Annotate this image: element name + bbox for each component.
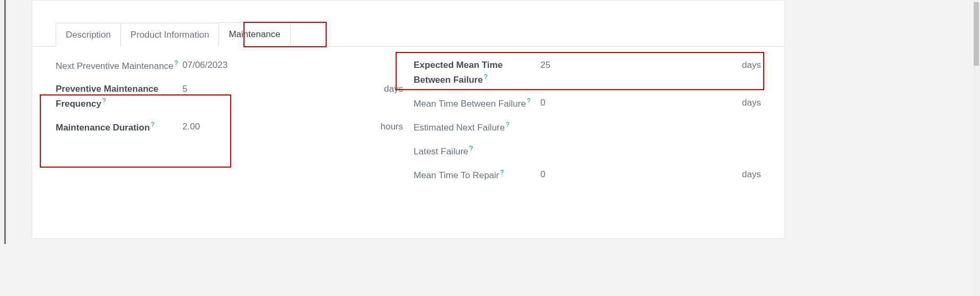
value-mttr[interactable]: 0 [538, 168, 729, 181]
field-pm-frequency: Preventive Maintenance Frequency? 5 days [56, 82, 403, 110]
unit-maint-duration: hours [371, 120, 403, 134]
unit-emtbf: days [729, 58, 761, 72]
label-mtbf-text: Mean Time Between Failure [414, 98, 526, 108]
value-emtbf[interactable]: 25 [538, 58, 729, 72]
tab-product-information[interactable]: Product Information [120, 23, 219, 47]
form-body: Next Preventive Maintenance? 07/06/2023 … [32, 47, 784, 191]
label-mttr-text: Mean Time To Repair [414, 170, 499, 180]
help-icon[interactable]: ? [469, 145, 473, 152]
left-column: Next Preventive Maintenance? 07/06/2023 … [56, 58, 403, 191]
field-maintenance-duration: Maintenance Duration? 2.00 hours [56, 120, 403, 134]
label-next-pm-text: Next Preventive Maintenance [56, 61, 173, 71]
right-column: Expected Mean Time Between Failure? 25 d… [414, 58, 761, 191]
tab-maintenance[interactable]: Maintenance [218, 22, 290, 47]
form-card: Description Product Information Maintena… [32, 0, 785, 239]
label-pm-frequency-text: Preventive Maintenance Frequency [56, 84, 159, 108]
value-mtbf[interactable]: 0 [538, 96, 729, 110]
label-lf-text: Latest Failure [414, 146, 468, 156]
field-emtbf: Expected Mean Time Between Failure? 25 d… [414, 58, 761, 86]
label-enf: Estimated Next Failure? [414, 120, 538, 134]
unit-pm-frequency: days [371, 82, 403, 96]
value-maint-duration[interactable]: 2.00 [180, 120, 371, 134]
scrollbar-thumb[interactable] [974, 2, 979, 66]
value-pm-frequency[interactable]: 5 [180, 82, 371, 96]
page-container: Description Product Information Maintena… [0, 0, 980, 296]
label-enf-text: Estimated Next Failure [414, 122, 505, 132]
field-next-preventive-maintenance: Next Preventive Maintenance? 07/06/2023 [56, 58, 403, 73]
label-maint-duration: Maintenance Duration? [56, 120, 180, 134]
value-next-pm[interactable]: 07/06/2023 [180, 58, 371, 72]
tabs-bar: Description Product Information Maintena… [32, 1, 784, 47]
label-emtbf: Expected Mean Time Between Failure? [414, 58, 538, 86]
label-next-pm: Next Preventive Maintenance? [56, 58, 180, 73]
help-icon[interactable]: ? [506, 121, 510, 128]
field-estimated-next-failure: Estimated Next Failure? [414, 120, 761, 134]
label-emtbf-text: Expected Mean Time Between Failure [414, 60, 503, 84]
unit-mtbf: days [729, 96, 761, 110]
unit-mttr: days [729, 168, 761, 181]
field-latest-failure: Latest Failure? [414, 144, 761, 158]
label-mtbf: Mean Time Between Failure? [414, 96, 538, 110]
label-maint-duration-text: Maintenance Duration [56, 122, 150, 132]
label-pm-frequency: Preventive Maintenance Frequency? [56, 82, 180, 110]
label-mttr: Mean Time To Repair? [414, 168, 538, 182]
label-lf: Latest Failure? [414, 144, 538, 158]
help-icon[interactable]: ? [527, 97, 531, 105]
tab-description[interactable]: Description [56, 23, 121, 47]
field-mtbf: Mean Time Between Failure? 0 days [414, 96, 761, 110]
vertical-scrollbar[interactable] [973, 0, 980, 296]
field-mttr: Mean Time To Repair? 0 days [414, 168, 761, 182]
help-icon[interactable]: ? [500, 169, 504, 176]
help-icon[interactable]: ? [151, 121, 155, 128]
help-icon[interactable]: ? [484, 73, 487, 81]
help-icon[interactable]: ? [174, 59, 178, 67]
help-icon[interactable]: ? [102, 97, 106, 105]
